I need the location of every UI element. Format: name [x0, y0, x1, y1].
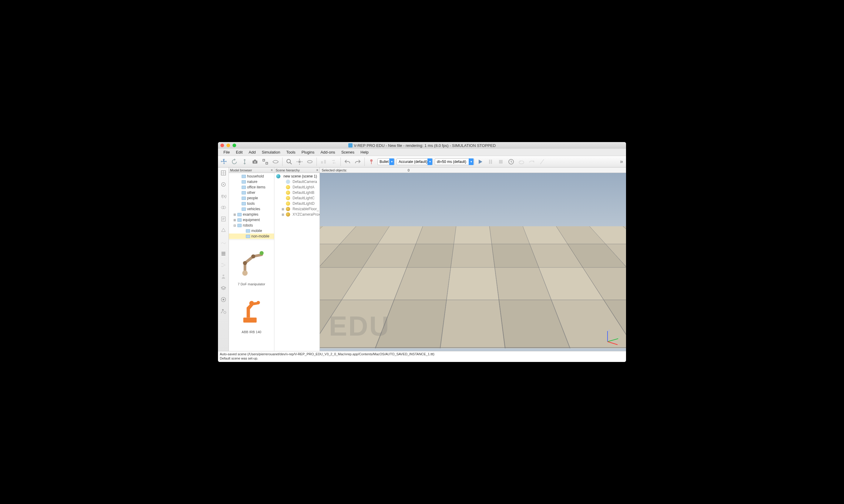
maximize-button[interactable]: [232, 144, 236, 147]
video-icon[interactable]: [219, 295, 228, 304]
menu-plugins[interactable]: Plugins: [299, 150, 318, 155]
scene-hierarchy-toggle-icon[interactable]: [219, 261, 228, 269]
select-icon[interactable]: [285, 157, 294, 167]
realtime-icon[interactable]: [506, 157, 516, 167]
pan-tool-icon[interactable]: [219, 157, 229, 167]
svg-rect-27: [221, 255, 225, 256]
rotate-tool-icon[interactable]: [229, 157, 239, 167]
globe-icon: [276, 174, 280, 178]
tree-item[interactable]: people: [229, 195, 274, 201]
menu-file[interactable]: File: [220, 150, 233, 155]
model-browser-header: Model browser ×: [229, 167, 274, 173]
viewport-area: Selected objects: 0 EDU z y x: [320, 167, 626, 351]
fly-icon[interactable]: [271, 157, 280, 167]
folder-icon: [242, 202, 246, 205]
menu-edit[interactable]: Edit: [233, 150, 245, 155]
transfer-icon[interactable]: [329, 157, 339, 167]
model-browser-toggle-icon[interactable]: [219, 249, 228, 258]
model-thumbnails[interactable]: 7 DoF manipulator ABB IRB 140: [229, 239, 274, 351]
scene-item[interactable]: DefaultCamera: [274, 179, 320, 184]
scene-item[interactable]: DefaultLightD: [274, 201, 320, 206]
3d-viewport[interactable]: EDU z y x: [320, 173, 626, 351]
avatar-icon[interactable]: [219, 272, 228, 281]
menu-addons[interactable]: Add-ons: [317, 150, 338, 155]
scene-item[interactable]: DefaultLightC: [274, 195, 320, 201]
model-browser-tree[interactable]: householdnatureoffice itemsotherpeopleto…: [229, 173, 274, 239]
scene-object-prop-icon[interactable]: [219, 180, 228, 189]
menu-simulation[interactable]: Simulation: [259, 150, 283, 155]
menu-tools[interactable]: Tools: [283, 150, 298, 155]
svg-point-42: [257, 301, 260, 304]
close-icon[interactable]: ×: [316, 168, 318, 172]
collections-icon[interactable]: [219, 203, 228, 212]
scripts-icon[interactable]: [219, 215, 228, 223]
toolbar-overflow-icon[interactable]: »: [618, 158, 625, 165]
menu-add[interactable]: Add: [245, 150, 259, 155]
tree-item[interactable]: mobile: [229, 228, 274, 234]
play-icon[interactable]: [475, 157, 485, 167]
light-icon: [286, 191, 290, 195]
tree-item[interactable]: other: [229, 190, 274, 195]
rotate-obj-icon[interactable]: [305, 157, 315, 167]
precision-select[interactable]: Accurate (default): [397, 158, 433, 165]
status-console: Auto-saved scene (/Users/pierrerouanet/d…: [218, 351, 626, 362]
move-obj-icon[interactable]: [295, 157, 304, 167]
tree-item[interactable]: tools: [229, 201, 274, 206]
scene-hierarchy-tree[interactable]: new scene (scene 1)DefaultCameraDefaultL…: [274, 173, 320, 351]
svg-point-41: [249, 301, 254, 306]
fit-view-icon[interactable]: [260, 157, 270, 167]
svg-line-45: [607, 339, 618, 342]
minimize-button[interactable]: [226, 144, 230, 147]
tree-item[interactable]: non-mobile: [229, 234, 274, 239]
tree-item[interactable]: ⊟robots: [229, 222, 274, 228]
tree-item[interactable]: ⊞examples: [229, 212, 274, 217]
scene-item[interactable]: ⊞ResizableFloor_: [274, 206, 320, 212]
redo-icon[interactable]: [353, 157, 363, 167]
close-icon[interactable]: ×: [271, 168, 273, 172]
user-settings-icon[interactable]: [219, 307, 228, 315]
tree-item[interactable]: nature: [229, 179, 274, 184]
svg-point-23: [223, 206, 226, 209]
menu-help[interactable]: Help: [358, 150, 372, 155]
shift-tool-icon[interactable]: [240, 157, 249, 167]
svg-point-20: [223, 184, 224, 185]
model-thumb-1[interactable]: [232, 290, 271, 329]
scene-item[interactable]: DefaultLightB: [274, 190, 320, 195]
svg-rect-4: [266, 162, 268, 164]
stop-icon[interactable]: [496, 157, 506, 167]
timestep-select[interactable]: dt=50 ms (default): [435, 158, 474, 165]
scene-root[interactable]: new scene (scene 1): [274, 174, 320, 179]
tree-item[interactable]: vehicles: [229, 206, 274, 212]
app-window: V-REP PRO EDU - New file - rendering: 1 …: [218, 142, 626, 362]
svg-point-29: [221, 266, 223, 267]
page-selector-icon[interactable]: [219, 169, 228, 177]
tree-item[interactable]: household: [229, 174, 274, 179]
thread-icon[interactable]: [537, 157, 547, 167]
dynamics-icon[interactable]: [366, 157, 376, 167]
menu-scenes[interactable]: Scenes: [338, 150, 358, 155]
svg-rect-9: [324, 160, 326, 164]
assemble-icon[interactable]: [318, 157, 328, 167]
camera-icon[interactable]: [250, 157, 260, 167]
scene-item[interactable]: DefaultLightA: [274, 184, 320, 190]
tree-item[interactable]: ⊞equipment: [229, 217, 274, 222]
shape-edit-icon[interactable]: [219, 226, 228, 235]
tree-item[interactable]: office items: [229, 184, 274, 190]
calc-module-icon[interactable]: f(x): [219, 192, 228, 200]
fast-icon[interactable]: [527, 157, 537, 167]
floor-icon: [286, 207, 290, 211]
pause-icon[interactable]: [486, 157, 495, 167]
svg-point-33: [223, 299, 224, 301]
undo-icon[interactable]: [343, 157, 352, 167]
model-thumb-0[interactable]: [232, 242, 271, 281]
scene-item[interactable]: ⊞XYZCameraProx: [274, 212, 320, 217]
slow-icon[interactable]: [517, 157, 526, 167]
layers-icon[interactable]: [219, 284, 228, 292]
axis-indicator: z y x: [603, 328, 621, 346]
scene-hierarchy-panel: Scene hierarchy × new scene (scene 1)Def…: [274, 167, 320, 351]
scene-hierarchy-header: Scene hierarchy ×: [274, 167, 320, 173]
close-button[interactable]: [220, 144, 224, 147]
separator: [364, 158, 365, 166]
physics-engine-select[interactable]: Bullet: [377, 158, 395, 165]
path-edit-icon[interactable]: [219, 238, 228, 246]
